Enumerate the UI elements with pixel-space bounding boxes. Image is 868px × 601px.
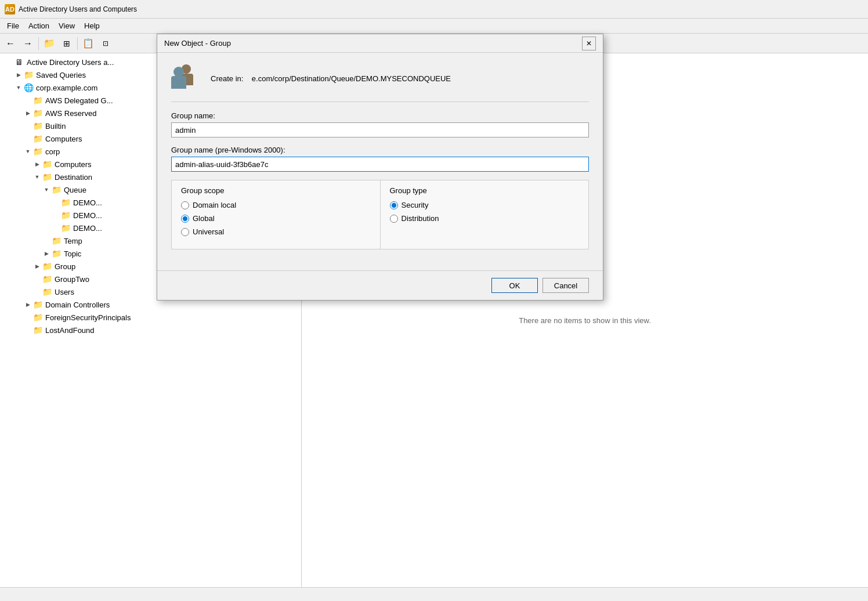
tree-label-fsp: ForeignSecurityPrincipals — [45, 313, 131, 322]
tree-label-users: Users — [55, 288, 74, 296]
title-bar-text: Active Directory Users and Computers — [19, 5, 137, 13]
tree-toggle-topic[interactable]: ▶ — [42, 249, 51, 258]
toolbar-sep-2 — [77, 37, 78, 50]
radio-distribution-input[interactable] — [390, 215, 398, 223]
radio-global-label: Global — [193, 214, 215, 223]
tree-toggle-dest[interactable]: ▼ — [32, 172, 42, 182]
tree-label-saved: Saved Queries — [36, 71, 86, 79]
folder-button[interactable]: 📁 — [41, 35, 57, 52]
tree-toggle-aws-res[interactable]: ▶ — [23, 108, 32, 118]
tree-toggle-temp[interactable] — [42, 236, 51, 245]
group-name-pre-group: Group name (pre-Windows 2000): — [171, 146, 589, 172]
tree-toggle-comp-corp[interactable]: ▶ — [32, 160, 42, 169]
tree-toggle-demo2[interactable] — [51, 211, 60, 220]
tree-item-foreign-security[interactable]: 📁 ForeignSecurityPrincipals — [0, 311, 301, 324]
tree-toggle-dc[interactable]: ▶ — [23, 300, 32, 309]
grid-button[interactable]: ⊞ — [59, 35, 75, 52]
tree-label-aws-res: AWS Reserved — [45, 109, 96, 118]
radio-domain-local-label: Domain local — [193, 201, 236, 209]
tree-label-dc: Domain Controllers — [45, 300, 110, 309]
tree-toggle-group[interactable]: ▶ — [32, 262, 42, 271]
tree-toggle-laf[interactable] — [23, 325, 32, 335]
radio-domain-local-input[interactable] — [181, 201, 189, 209]
tree-label-topic: Topic — [64, 249, 81, 258]
folder-icon-topic: 📁 — [51, 248, 62, 259]
status-bar — [0, 587, 868, 601]
new-object-group-dialog: New Object - Group ✕ — [157, 34, 603, 300]
folder-icon-saved: 📁 — [23, 70, 34, 80]
group-type-box: Group type Security Distribution — [380, 180, 589, 249]
tree-toggle-grouptwo[interactable] — [32, 274, 42, 284]
folder-icon-comp-corp: 📁 — [42, 159, 52, 169]
radio-distribution-label: Distribution — [402, 214, 439, 223]
folder-icon-queue: 📁 — [51, 184, 62, 195]
radio-groups: Group scope Domain local Global Universa… — [171, 180, 589, 249]
tree-toggle-queue[interactable]: ▼ — [42, 185, 51, 194]
folder-icon-aws-res: 📁 — [32, 108, 43, 118]
tree-toggle-demo1[interactable] — [51, 198, 60, 207]
group-name-pre-input[interactable] — [171, 157, 589, 172]
group-name-label: Group name: — [171, 111, 589, 120]
radio-security[interactable]: Security — [390, 201, 580, 209]
tree-label-corp-example: corp.example.com — [36, 84, 97, 92]
tree-toggle-corp-folder[interactable]: ▼ — [23, 147, 32, 156]
app-icon: AD — [5, 4, 15, 15]
dialog-title-bar: New Object - Group ✕ — [157, 34, 603, 53]
radio-universal[interactable]: Universal — [181, 227, 371, 236]
tree-toggle-demo3[interactable] — [51, 223, 60, 233]
tree-toggle-aws-del[interactable] — [23, 96, 32, 105]
cancel-button[interactable]: Cancel — [542, 278, 589, 293]
folder-icon-comp-top: 📁 — [32, 133, 43, 144]
menu-view[interactable]: View — [54, 20, 79, 32]
folder-icon-users: 📁 — [42, 287, 52, 297]
group-type-title: Group type — [390, 186, 580, 195]
tree-toggle-saved[interactable]: ▶ — [14, 70, 23, 79]
menu-bar: File Action View Help — [0, 19, 868, 34]
group-name-input[interactable] — [171, 122, 589, 137]
radio-security-input[interactable] — [390, 201, 398, 209]
group-name-group: Group name: — [171, 111, 589, 137]
tree-label-queue: Queue — [64, 186, 86, 194]
clipboard-button[interactable]: 📋 — [80, 35, 96, 52]
tree-toggle-root[interactable] — [5, 57, 14, 67]
dialog-footer: OK Cancel — [157, 270, 603, 300]
menu-file[interactable]: File — [2, 20, 24, 32]
tree-label-temp: Temp — [64, 237, 82, 245]
folder-icon-laf: 📁 — [32, 325, 43, 335]
tree-label-corp-folder: corp — [45, 147, 60, 156]
tree-toggle-corp-example[interactable]: ▼ — [14, 83, 23, 92]
dialog-title: New Object - Group — [164, 39, 582, 48]
radio-distribution[interactable]: Distribution — [390, 214, 580, 223]
tree-toggle-builtin[interactable] — [23, 121, 32, 131]
back-button[interactable]: ← — [2, 35, 19, 52]
tree-item-lost-found[interactable]: 📁 LostAndFound — [0, 324, 301, 336]
tree-label-group: Group — [55, 262, 75, 271]
radio-global[interactable]: Global — [181, 214, 371, 223]
dialog-close-button[interactable]: ✕ — [582, 37, 596, 50]
folder-icon-demo3: 📁 — [60, 223, 71, 233]
forward-button[interactable]: → — [20, 35, 36, 52]
radio-global-input[interactable] — [181, 215, 189, 223]
group-scope-box: Group scope Domain local Global Universa… — [171, 180, 381, 249]
menu-action[interactable]: Action — [24, 20, 54, 32]
dialog-header: Create in: e.com/corp/Destination/Queue/… — [171, 64, 589, 102]
tree-toggle-comp-top[interactable] — [23, 134, 32, 143]
radio-universal-input[interactable] — [181, 228, 189, 236]
radio-domain-local[interactable]: Domain local — [181, 201, 371, 209]
tree-label-grouptwo: GroupTwo — [55, 275, 89, 284]
tree-label-demo2: DEMO... — [73, 211, 102, 220]
ok-button[interactable]: OK — [491, 278, 538, 293]
tree-toggle-fsp[interactable] — [23, 313, 32, 322]
tree-label-comp-top: Computers — [45, 135, 82, 143]
filter-button[interactable]: ⊡ — [97, 35, 114, 52]
empty-text: There are no items to show in this view. — [519, 316, 651, 325]
tree-label-laf: LostAndFound — [45, 326, 95, 335]
menu-help[interactable]: Help — [79, 20, 104, 32]
create-in-label: Create in: — [211, 74, 243, 83]
tree-toggle-users[interactable] — [32, 287, 42, 296]
tree-label-demo3: DEMO... — [73, 224, 102, 233]
title-bar: AD Active Directory Users and Computers — [0, 0, 868, 19]
radio-security-label: Security — [402, 201, 429, 209]
folder-icon-demo2: 📁 — [60, 210, 71, 220]
dialog-create-in: Create in: e.com/corp/Destination/Queue/… — [211, 74, 451, 83]
